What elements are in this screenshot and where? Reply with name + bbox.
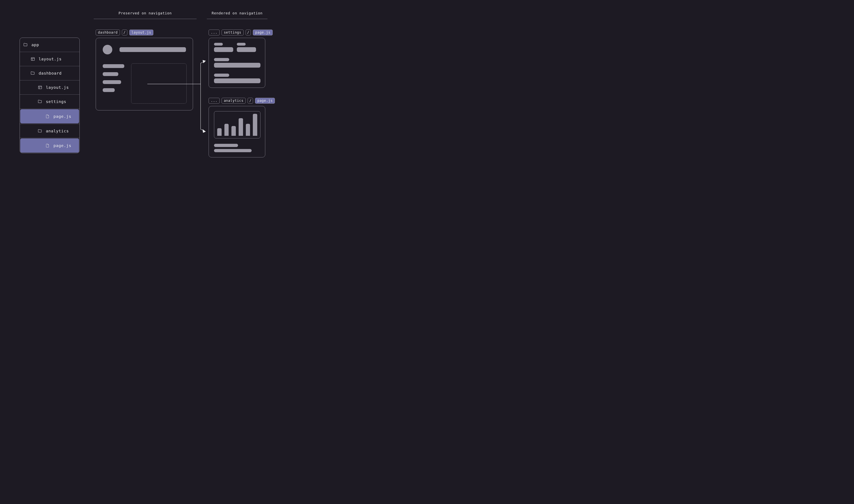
content-placeholder (214, 149, 251, 152)
content-placeholder (214, 58, 229, 61)
breadcrumb-segment: layout.js (129, 30, 154, 35)
chart-bar (253, 114, 257, 136)
tree-row-analytics[interactable]: analytics (20, 124, 80, 138)
tree-row-label: layout.js (46, 85, 69, 90)
section-title: Rendered on navigation (212, 11, 262, 15)
tree-row-label: settings (46, 99, 66, 104)
layout-nav-placeholder (103, 64, 124, 68)
svg-marker-1 (203, 60, 206, 63)
tree-row-layout-js[interactable]: layout.js (20, 52, 80, 66)
tree-row-settings[interactable]: settings (20, 95, 80, 109)
chart-bar (246, 124, 250, 136)
tree-row-label: layout.js (39, 57, 62, 61)
folder-icon (38, 129, 42, 133)
chart-bar (217, 128, 222, 136)
breadcrumb-segment: ... (209, 98, 220, 104)
content-placeholder (214, 43, 223, 46)
file-tree: applayout.jsdashboardlayout.jssettingspa… (20, 38, 80, 153)
file-icon (46, 114, 50, 119)
breadcrumbs-analytics: ...analytics/page.js (209, 98, 275, 104)
panel-settings-preview (209, 38, 265, 88)
breadcrumbs-layout: dashboard/layout.js (96, 30, 153, 35)
breadcrumb-segment: dashboard (96, 30, 120, 35)
layout-nav-placeholder (103, 88, 115, 92)
panel-analytics-preview (209, 106, 265, 157)
layout-icon (38, 85, 42, 90)
section-header-rendered: Rendered on navigation (207, 11, 267, 19)
content-placeholder (237, 47, 256, 52)
layout-icon (31, 57, 35, 61)
tree-row-label: page.js (53, 114, 71, 119)
chart-bar (231, 126, 236, 136)
breadcrumb-separator: / (246, 30, 251, 35)
section-rule (94, 19, 196, 19)
section-rule (207, 19, 267, 19)
layout-nav-placeholder (103, 80, 121, 84)
section-title: Preserved on navigation (119, 11, 172, 15)
content-placeholder (214, 144, 238, 147)
tree-row-label: app (31, 42, 39, 47)
breadcrumb-segment: settings (222, 30, 244, 35)
chart-bar (224, 124, 229, 136)
tree-row-app[interactable]: app (20, 38, 80, 52)
tree-row-page-js[interactable]: page.js (20, 139, 79, 152)
breadcrumb-separator: / (122, 30, 127, 35)
layout-title-placeholder (120, 47, 186, 52)
tree-row-dashboard[interactable]: dashboard (20, 66, 80, 80)
svg-marker-2 (203, 129, 206, 133)
breadcrumb-segment: page.js (255, 98, 275, 104)
file-icon (46, 143, 50, 148)
layout-children-slot (131, 64, 187, 104)
content-placeholder (214, 78, 260, 83)
content-placeholder (214, 63, 260, 68)
breadcrumb-segment: page.js (253, 30, 273, 35)
tree-row-label: page.js (53, 143, 71, 148)
content-placeholder (214, 47, 233, 52)
folder-icon (38, 100, 42, 104)
chart-bar (239, 118, 243, 136)
layout-nav-placeholder (103, 72, 118, 76)
tree-row-page-js[interactable]: page.js (20, 109, 79, 123)
layout-avatar-placeholder (103, 45, 112, 54)
breadcrumb-segment: analytics (222, 98, 246, 104)
content-placeholder (214, 74, 229, 77)
content-placeholder (237, 43, 246, 46)
panel-layout-preview (96, 38, 193, 110)
breadcrumb-segment: ... (209, 30, 220, 35)
section-header-preserved: Preserved on navigation (94, 11, 196, 19)
folder-icon (23, 42, 28, 47)
breadcrumbs-settings: ...settings/page.js (209, 30, 273, 35)
tree-row-label: analytics (46, 129, 69, 133)
breadcrumb-separator: / (248, 98, 253, 104)
folder-icon (31, 71, 35, 75)
tree-row-layout-js[interactable]: layout.js (20, 80, 80, 95)
tree-row-label: dashboard (39, 71, 62, 76)
analytics-chart (214, 111, 260, 139)
